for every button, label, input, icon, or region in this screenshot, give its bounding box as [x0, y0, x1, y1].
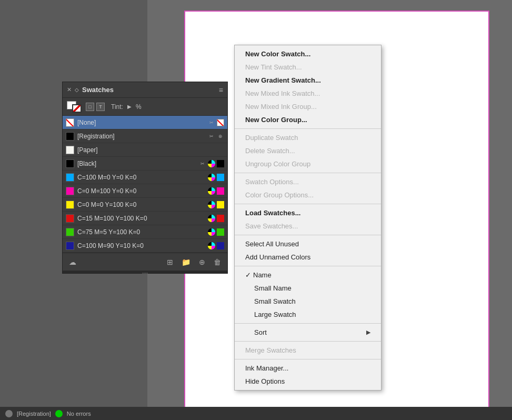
- menu-item-add-unnamed-colors[interactable]: Add Unnamed Colors: [235, 251, 381, 264]
- menu-item-view-large-swatch[interactable]: Large Swatch: [235, 308, 381, 321]
- menu-item-color-group-options: Color Group Options...: [235, 188, 381, 202]
- red-cmyk-icon: [208, 215, 215, 222]
- panel-close-button[interactable]: ✕: [67, 86, 72, 93]
- scissors-icon: ✂: [208, 119, 215, 126]
- swatch-row-red[interactable]: C=15 M=100 Y=100 K=0: [63, 212, 227, 225]
- footer-action-icons: ⊞ 📁 ⊕ 🗑: [165, 257, 223, 267]
- separator-6: [235, 323, 381, 324]
- red-color-square: [217, 215, 224, 222]
- panel-resize-handle[interactable]: ••••: [63, 271, 227, 273]
- panel-title-left: ✕ ◇ Swatches: [67, 86, 114, 94]
- stroke-box[interactable]: [72, 104, 82, 113]
- swatch-grid-button[interactable]: ⊞: [165, 257, 175, 267]
- cyan-swatch-color: [66, 173, 74, 182]
- green-swatch-color: [66, 228, 74, 236]
- menu-item-new-color-group[interactable]: New Color Group...: [235, 113, 381, 126]
- swatch-name-red: C=15 M=100 Y=100 K=0: [77, 215, 208, 222]
- separator-3: [235, 204, 381, 204]
- swatch-toolbar: □ T Tint: ▶ %: [63, 98, 227, 116]
- menu-item-select-all-unused[interactable]: Select All Unused: [235, 237, 381, 251]
- none-swatch-color: [66, 118, 74, 127]
- swatch-list: [None] ✂ [Registration] ✂ ⊕ [Paper] [Bla…: [63, 116, 227, 253]
- new-group-button[interactable]: 📁: [179, 257, 193, 267]
- menu-item-ink-manager[interactable]: Ink Manager...: [235, 362, 381, 375]
- swatch-name-registration: [Registration]: [77, 133, 208, 140]
- red-swatch-color: [66, 214, 74, 223]
- separator-4: [235, 235, 381, 235]
- panel-title-bar: ✕ ◇ Swatches ≡: [63, 82, 227, 98]
- menu-item-new-tint-swatch: New Tint Swatch...: [235, 61, 381, 74]
- format-icons: □ T: [86, 103, 105, 111]
- swatch-row-registration[interactable]: [Registration] ✂ ⊕: [63, 129, 227, 143]
- black-lock-icon: ✂: [199, 160, 206, 167]
- swatch-icons-magenta: [208, 187, 224, 195]
- separator-2: [235, 173, 381, 173]
- black-color-square: [217, 160, 224, 167]
- menu-item-ungroup-color-group: Ungroup Color Group: [235, 157, 381, 171]
- new-swatch-button[interactable]: ⊕: [197, 257, 207, 267]
- menu-item-sort[interactable]: Sort ▶: [235, 326, 381, 339]
- swatch-row-cyan[interactable]: C=100 M=0 Y=0 K=0: [63, 171, 227, 184]
- yellow-color-square: [217, 201, 224, 208]
- cloud-sync-button[interactable]: ☁: [67, 257, 78, 267]
- swatch-row-yellow[interactable]: C=0 M=0 Y=100 K=0: [63, 198, 227, 212]
- swatch-icons-yellow: [208, 201, 224, 208]
- menu-item-view-small-swatch[interactable]: Small Swatch: [235, 295, 381, 308]
- tint-percent: %: [136, 103, 142, 111]
- swatch-row-none[interactable]: [None] ✂: [63, 116, 227, 129]
- fill-stroke-indicator: [67, 101, 82, 113]
- swatch-name-paper: [Paper]: [77, 146, 224, 154]
- reg-mark-icon: ⊕: [217, 133, 224, 140]
- lock-icon: ✂: [208, 133, 215, 140]
- menu-item-hide-options[interactable]: Hide Options: [235, 375, 381, 388]
- panel-footer: ☁ ⊞ 📁 ⊕ 🗑: [63, 253, 227, 271]
- sort-submenu-arrow: ▶: [366, 329, 370, 336]
- square-format-icon[interactable]: □: [86, 103, 94, 111]
- separator-5: [235, 266, 381, 266]
- menu-item-view-small-name[interactable]: Small Name: [235, 282, 381, 295]
- checkmark-icon: ✓: [245, 271, 251, 279]
- panel-menu-button[interactable]: ≡: [219, 86, 223, 94]
- swatch-icons-none: ✂: [208, 119, 224, 126]
- swatch-row-magenta[interactable]: C=0 M=100 Y=0 K=0: [63, 184, 227, 198]
- swatch-icons-green: [208, 228, 224, 236]
- menu-item-save-swatches: Save Swatches...: [235, 219, 381, 233]
- swatch-row-paper[interactable]: [Paper]: [63, 143, 227, 157]
- separator-7: [235, 341, 381, 342]
- swatch-name-blue: C=100 M=90 Y=10 K=0: [77, 242, 208, 249]
- menu-item-load-swatches[interactable]: Load Swatches...: [235, 206, 381, 219]
- blue-swatch-color: [66, 242, 74, 250]
- swatch-row-green[interactable]: C=75 M=5 Y=100 K=0: [63, 225, 227, 239]
- status-text: [Registration]: [17, 411, 51, 417]
- swatch-name-yellow: C=0 M=0 Y=100 K=0: [77, 201, 208, 208]
- separator-1: [235, 128, 381, 129]
- swatches-panel: ✕ ◇ Swatches ≡ □ T Tint: ▶ % [None] ✂: [62, 82, 228, 274]
- swatch-icons-blue: [208, 242, 224, 249]
- swatch-name-cyan: C=100 M=0 Y=0 K=0: [77, 174, 208, 181]
- menu-item-new-color-swatch[interactable]: New Color Swatch...: [235, 47, 381, 61]
- text-format-icon[interactable]: T: [96, 103, 105, 111]
- swatch-icons-registration: ✂ ⊕: [208, 133, 224, 140]
- menu-item-delete-swatch: Delete Swatch...: [235, 144, 381, 157]
- magenta-swatch-color: [66, 187, 74, 195]
- active-status-label: No errors: [67, 411, 91, 417]
- swatch-name-none: [None]: [77, 119, 208, 126]
- blue-color-square: [217, 242, 224, 249]
- green-color-square: [217, 228, 224, 236]
- bottom-bar: [Registration] No errors: [0, 407, 512, 420]
- swatch-row-blue[interactable]: C=100 M=90 Y=10 K=0: [63, 239, 227, 253]
- menu-item-duplicate-swatch: Duplicate Swatch: [235, 131, 381, 144]
- menu-item-new-gradient-swatch[interactable]: New Gradient Swatch...: [235, 74, 381, 87]
- menu-item-view-name[interactable]: ✓ Name: [235, 268, 381, 282]
- delete-swatch-button[interactable]: 🗑: [212, 257, 223, 267]
- swatch-icons-cyan: [208, 174, 224, 181]
- yellow-cmyk-icon: [208, 201, 215, 208]
- swatch-icons-red: [208, 215, 224, 222]
- swatch-row-black[interactable]: [Black] ✂: [63, 157, 227, 171]
- swatch-icons-black: ✂: [199, 160, 224, 167]
- swatch-name-magenta: C=0 M=100 Y=0 K=0: [77, 187, 208, 195]
- menu-item-merge-swatches: Merge Swatches: [235, 344, 381, 357]
- active-status-dot: [55, 410, 63, 417]
- separator-8: [235, 359, 381, 359]
- black-swatch-color: [66, 159, 74, 168]
